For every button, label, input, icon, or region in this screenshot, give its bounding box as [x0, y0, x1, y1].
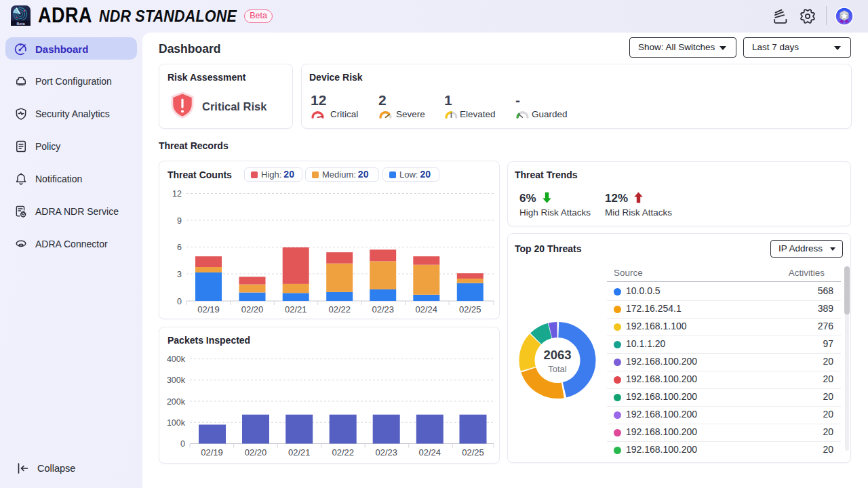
svg-text:02/25: 02/25 [459, 304, 481, 314]
svg-text:200k: 200k [167, 397, 186, 407]
svg-text:Beta: Beta [17, 22, 26, 26]
svg-text:02/22: 02/22 [328, 304, 351, 314]
svg-text:02/23: 02/23 [372, 304, 394, 314]
svg-text:02/24: 02/24 [416, 304, 438, 314]
svg-text:02/19: 02/19 [201, 447, 223, 458]
svg-text:400k: 400k [167, 354, 186, 364]
svg-text:9: 9 [177, 216, 182, 226]
svg-text:02/20: 02/20 [245, 447, 267, 458]
svg-text:02/19: 02/19 [197, 304, 220, 314]
svg-text:02/21: 02/21 [285, 304, 307, 314]
svg-text:100k: 100k [167, 418, 186, 428]
svg-text:3: 3 [177, 270, 182, 279]
svg-text:6: 6 [177, 243, 182, 252]
svg-text:02/20: 02/20 [241, 304, 264, 314]
svg-text:02/21: 02/21 [288, 447, 311, 458]
svg-text:12: 12 [172, 189, 182, 199]
svg-text:0: 0 [177, 297, 182, 306]
svg-text:02/25: 02/25 [462, 447, 484, 458]
svg-text:0: 0 [180, 439, 185, 449]
svg-text:300k: 300k [167, 375, 186, 385]
svg-text:02/23: 02/23 [375, 447, 397, 458]
svg-text:02/22: 02/22 [332, 447, 354, 458]
svg-text:02/24: 02/24 [419, 447, 441, 458]
